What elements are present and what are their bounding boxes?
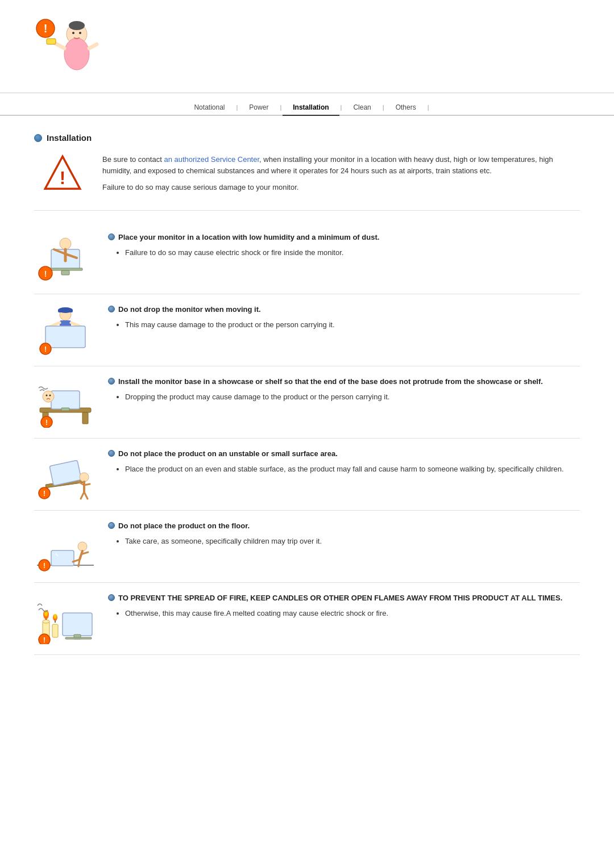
svg-point-7 — [72, 32, 74, 34]
safety-title-row-floor: Do not place the product on the floor. — [108, 521, 580, 531]
svg-text:!: ! — [44, 22, 48, 35]
tab-installation[interactable]: Installation — [283, 100, 339, 116]
safety-title-row-humidity: Place your monitor in a location with lo… — [108, 232, 580, 243]
svg-rect-65 — [52, 624, 58, 637]
safety-title-base: Install the monitor base in a showcase o… — [118, 377, 543, 387]
safety-bullet-item-floor: Take care, as someone, specifically chil… — [125, 536, 580, 547]
tab-power-label: Power — [249, 103, 268, 111]
svg-line-56 — [78, 560, 80, 566]
illus-floor: ! — [34, 521, 97, 572]
safety-row-fire: ! TO PREVENT THE SPREAD OF FIRE, KEEP CA… — [34, 583, 580, 655]
safety-content-base: Install the monitor base in a showcase o… — [108, 377, 580, 403]
illus-drop: ! — [34, 304, 97, 356]
svg-text:!: ! — [43, 490, 45, 498]
safety-title-floor: Do not place the product on the floor. — [118, 521, 250, 531]
svg-point-35 — [43, 391, 54, 402]
safety-bullet-humidity: Failure to do so may cause electric shoc… — [125, 247, 580, 258]
svg-point-3 — [69, 21, 85, 30]
svg-rect-34 — [61, 408, 69, 411]
svg-point-68 — [54, 614, 57, 619]
safety-row-floor: ! Do not place the product on the floor.… — [34, 511, 580, 583]
svg-line-45 — [84, 484, 90, 485]
tab-notational[interactable]: Notational — [184, 100, 235, 115]
svg-rect-32 — [82, 412, 88, 424]
warning-text-area: Be sure to contact an authorized Service… — [102, 154, 580, 199]
safety-title-unstable: Do not place the product on an unstable … — [118, 449, 338, 459]
safety-bullet-floor: Take care, as someone, specifically chil… — [125, 536, 580, 547]
tab-notational-label: Notational — [194, 103, 225, 111]
intro-para2: Failure to do so may cause serious damag… — [102, 182, 580, 193]
svg-text:!: ! — [44, 345, 47, 353]
section-header: Installation — [34, 133, 580, 143]
svg-point-4 — [64, 38, 89, 70]
svg-rect-33 — [51, 391, 80, 409]
nav-tabs: Notational | Power | Installation | Clea… — [184, 100, 430, 115]
safety-content-unstable: Do not place the product on an unstable … — [108, 449, 580, 475]
svg-point-37 — [49, 394, 51, 396]
safety-bullet-item-humidity: Failure to do so may cause electric shoc… — [125, 247, 580, 258]
tab-clean-label: Clean — [353, 103, 371, 111]
safety-row-humidity: ! Place your monitor in a location with … — [34, 222, 580, 294]
svg-rect-27 — [45, 326, 85, 348]
safety-dot-fire — [108, 594, 115, 601]
safety-title-fire: TO PREVENT THE SPREAD OF FIRE, KEEP CAND… — [118, 593, 562, 603]
safety-dot-floor — [108, 522, 115, 529]
illus-fire: ! — [34, 593, 97, 644]
nav-sep-3: | — [341, 104, 342, 111]
safety-bullet-item-base: Dropping the product may cause damage to… — [125, 391, 580, 403]
svg-point-42 — [80, 473, 89, 482]
service-center-link[interactable]: an authorized Service Center — [164, 155, 259, 164]
tab-others[interactable]: Others — [385, 100, 426, 115]
illus-unstable: ! — [34, 449, 97, 500]
nav-sep-1: | — [237, 104, 238, 111]
svg-point-36 — [46, 394, 48, 396]
safety-content-fire: TO PREVENT THE SPREAD OF FIRE, KEEP CAND… — [108, 593, 580, 619]
safety-content-humidity: Place your monitor in a location with lo… — [108, 232, 580, 258]
page-container: ! Notational | Power — [0, 0, 614, 672]
nav-sep-4: | — [383, 104, 384, 111]
warning-block-intro: ! Be sure to contact an authorized Servi… — [34, 154, 580, 211]
intro-para1: Be sure to contact an authorized Service… — [102, 154, 580, 176]
header-area: ! — [0, 0, 614, 93]
safety-bullet-fire: Otherwise, this may cause fire.A melted … — [125, 608, 580, 619]
svg-rect-51 — [51, 550, 74, 566]
svg-rect-14 — [61, 270, 69, 275]
tab-power[interactable]: Power — [239, 100, 279, 115]
safety-bullet-item-drop: This may cause damage to the product or … — [125, 319, 580, 331]
svg-text:!: ! — [43, 562, 45, 570]
illus-humidity: ! — [34, 232, 97, 283]
safety-title-row-unstable: Do not place the product on an unstable … — [108, 449, 580, 459]
warning-triangle-icon: ! — [43, 154, 82, 194]
svg-text:!: ! — [44, 269, 47, 278]
svg-point-53 — [78, 542, 87, 551]
svg-line-46 — [81, 492, 84, 499]
safety-content-drop: Do not drop the monitor when moving it. … — [108, 304, 580, 331]
svg-line-47 — [84, 492, 88, 499]
svg-line-54 — [80, 551, 82, 560]
svg-text:!: ! — [45, 419, 48, 427]
svg-point-61 — [43, 620, 49, 623]
nav-tabs-container: Notational | Power | Installation | Clea… — [0, 93, 614, 116]
svg-point-15 — [60, 238, 71, 249]
section-title: Installation — [47, 133, 92, 143]
safety-dot-base — [108, 378, 115, 385]
svg-point-8 — [79, 32, 81, 34]
svg-text:!: ! — [43, 636, 45, 644]
svg-text:!: ! — [60, 168, 66, 188]
nav-sep-5: | — [428, 104, 429, 111]
safety-bullet-drop: This may cause damage to the product or … — [125, 319, 580, 331]
safety-title-humidity: Place your monitor in a location with lo… — [118, 232, 379, 243]
main-content: Installation ! Be sure to contact an aut… — [0, 116, 614, 672]
warning-icon-area: ! — [34, 154, 91, 199]
svg-rect-13 — [48, 268, 82, 270]
safety-title-row-fire: TO PREVENT THE SPREAD OF FIRE, KEEP CAND… — [108, 593, 580, 603]
safety-row-base: ! Install the monitor base in a showcase… — [34, 366, 580, 439]
safety-title-drop: Do not drop the monitor when moving it. — [118, 304, 261, 315]
nav-sep-2: | — [280, 104, 281, 111]
svg-rect-23 — [58, 310, 73, 312]
section-dot — [34, 134, 42, 142]
tab-clean[interactable]: Clean — [343, 100, 381, 115]
svg-rect-69 — [63, 613, 92, 636]
safety-bullet-item-fire: Otherwise, this may cause fire.A melted … — [125, 608, 580, 619]
svg-line-6 — [89, 44, 97, 48]
